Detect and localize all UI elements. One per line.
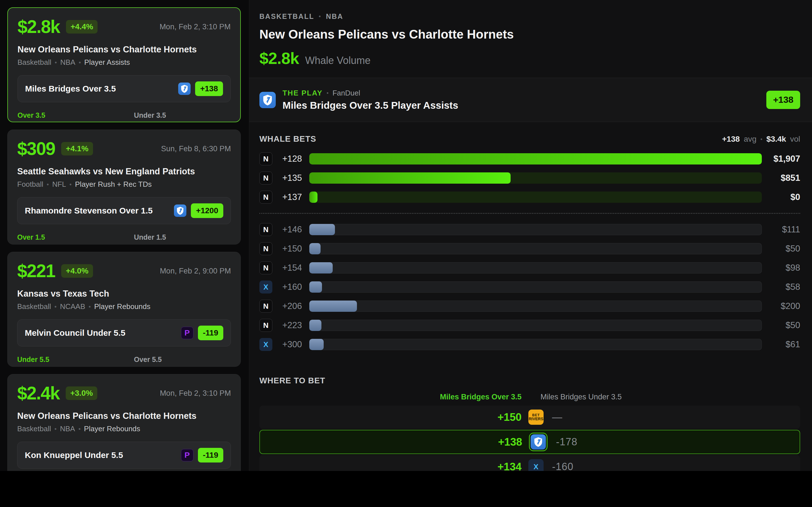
novig-icon: N (259, 191, 272, 204)
split-left: Over 1.5 (17, 233, 114, 244)
x-book-icon: X (259, 338, 272, 351)
whale-bet-row: N +146 $111 (259, 220, 800, 239)
volume-bar (309, 243, 762, 255)
matchup-title: New Orleans Pelicans vs Charlotte Hornet… (17, 45, 231, 55)
card-amount-row: $2.8k +4.4% Mon, Feb 2, 3:10 PM (17, 16, 231, 37)
over-odds: +138 (466, 436, 522, 448)
game-datetime: Mon, Feb 2, 3:10 PM (160, 389, 231, 398)
breadcrumb-sport[interactable]: BASKETBALL (259, 12, 314, 20)
whale-bets-title: WHALE BETS (259, 134, 316, 144)
dot-separator: • (89, 303, 91, 311)
total-volume-value: $3.4k (766, 135, 786, 144)
whale-bet-row: X +300 $61 (259, 335, 800, 354)
volume-bar (309, 339, 762, 350)
volume-bar (309, 300, 762, 312)
betrivers-icon: BET RIVERS (528, 409, 544, 425)
bet-volume: $61 (762, 339, 800, 349)
sport-label: Basketball (17, 58, 51, 67)
the-play-banner[interactable]: THE PLAY • FanDuel Miles Bridges Over 3.… (249, 78, 812, 122)
bet-row[interactable]: Kon Knueppel Under 5.5 P -119 (17, 442, 231, 469)
volume-bar (309, 153, 762, 165)
bet-volume: $98 (762, 263, 800, 273)
dot-separator: • (54, 425, 57, 433)
under-column-header: Miles Bridges Under 3.5 (541, 393, 622, 401)
whale-amount: $221 (17, 261, 55, 281)
prizepicks-icon: P (181, 327, 193, 339)
odds-move-badge: +4.1% (61, 142, 93, 156)
fanduel-icon (530, 434, 546, 450)
where-to-bet-title: WHERE TO BET (259, 376, 800, 385)
sportsbook-row-x[interactable]: +134 X -160 (259, 455, 800, 471)
dot-separator: • (79, 425, 81, 433)
matchup-title: New Orleans Pelicans vs Charlotte Hornet… (17, 411, 231, 421)
split-left: Over 3.5 (17, 111, 114, 122)
breadcrumb-league[interactable]: NBA (326, 12, 343, 20)
split-left-label: Over 3.5 (17, 111, 114, 119)
sport-label: Football (17, 180, 43, 189)
bet-volume: $0 (762, 192, 800, 202)
whale-amount: $2.8k (17, 16, 60, 37)
split-left-label: Over 1.5 (17, 233, 114, 241)
sportsbook-row-betrivers[interactable]: +150 BET RIVERS — (259, 406, 800, 429)
total-volume-label: vol (790, 135, 800, 144)
matchup-meta: Basketball • NCAAB • Player Rebounds (17, 302, 231, 311)
whale-card-kansas-texastech[interactable]: $221 +4.0% Mon, Feb 2, 9:00 PM Kansas vs… (7, 252, 241, 367)
bet-label: Melvin Council Under 5.5 (25, 328, 125, 338)
whale-card-pelicans-hornets-rebounds[interactable]: $2.4k +3.0% Mon, Feb 2, 3:10 PM New Orle… (7, 374, 241, 471)
split-right-label: Under 3.5 (134, 111, 231, 119)
over-column-header: Miles Bridges Over 3.5 (440, 393, 522, 401)
game-detail-panel: BASKETBALL • NBA New Orleans Pelicans vs… (249, 0, 812, 471)
avg-odds-value: +138 (722, 135, 740, 144)
game-datetime: Mon, Feb 2, 3:10 PM (160, 22, 231, 31)
whale-amount: $2.4k (17, 383, 59, 404)
bet-odds: +223 (272, 320, 302, 330)
over-odds: +150 (465, 411, 522, 424)
volume-bar (309, 262, 762, 274)
whale-bet-row: N +223 $50 (259, 316, 800, 335)
whale-volume-amount: $2.8k (259, 49, 299, 68)
bet-odds-badge: +1200 (191, 203, 223, 218)
dot-separator: • (69, 181, 71, 188)
league-label: NFL (52, 180, 66, 189)
under-odds: -178 (556, 436, 646, 448)
whale-bet-row: N +128 $1,907 (259, 149, 800, 168)
x-book-icon: X (259, 281, 272, 293)
market-label: Player Rebounds (94, 302, 150, 311)
split-left-label: Under 5.5 (17, 355, 114, 363)
the-play-odds-badge[interactable]: +138 (766, 91, 800, 109)
game-datetime: Sun, Feb 8, 6:30 PM (161, 145, 231, 153)
league-label: NBA (60, 58, 75, 67)
whale-volume-label: Whale Volume (305, 55, 370, 66)
whale-bet-row: N +150 $50 (259, 239, 800, 258)
bet-volume: $1,907 (762, 154, 800, 164)
whale-bet-row: N +137 $0 (259, 187, 800, 207)
bet-row[interactable]: Rhamondre Stevenson Over 1.5 +1200 (17, 197, 231, 224)
split-right: Over 5.5 (134, 355, 231, 367)
bet-odds-badge: -119 (198, 448, 223, 462)
under-odds: — (552, 411, 642, 423)
bet-odds: +150 (272, 244, 302, 254)
bet-row[interactable]: Melvin Council Under 5.5 P -119 (17, 320, 231, 346)
whale-bet-row: N +154 $98 (259, 258, 800, 277)
whale-card-seahawks-patriots[interactable]: $309 +4.1% Sun, Feb 8, 6:30 PM Seattle S… (7, 129, 241, 244)
bet-row[interactable]: Miles Bridges Over 3.5 +138 (17, 75, 231, 102)
whale-card-pelicans-hornets-assists[interactable]: $2.8k +4.4% Mon, Feb 2, 3:10 PM New Orle… (7, 7, 241, 122)
sportsbook-name: FanDuel (333, 89, 360, 98)
sportsbook-row-fanduel-best[interactable]: +138 -178 (259, 430, 800, 454)
volume-bar (309, 172, 762, 184)
vs-label: vs (114, 365, 134, 367)
market-label: Player Rebounds (84, 425, 140, 433)
bet-volume: $851 (762, 173, 800, 183)
split-right: Under 3.5 (134, 111, 231, 122)
where-to-bet-rows: +150 BET RIVERS — +138 (259, 406, 800, 471)
bet-odds: +154 (272, 263, 302, 273)
where-to-bet-column-headers: Miles Bridges Over 3.5 Miles Bridges Und… (259, 393, 800, 402)
novig-icon: N (259, 262, 272, 274)
breadcrumb: BASKETBALL • NBA (259, 12, 800, 20)
bet-volume: $50 (762, 244, 800, 254)
dot-separator: • (55, 59, 57, 66)
app-window: $2.8k +4.4% Mon, Feb 2, 3:10 PM New Orle… (0, 0, 812, 471)
whale-feed-sidebar: $2.8k +4.4% Mon, Feb 2, 3:10 PM New Orle… (0, 0, 249, 471)
dot-separator: • (47, 181, 49, 188)
page-title: New Orleans Pelicans vs Charlotte Hornet… (259, 27, 800, 41)
